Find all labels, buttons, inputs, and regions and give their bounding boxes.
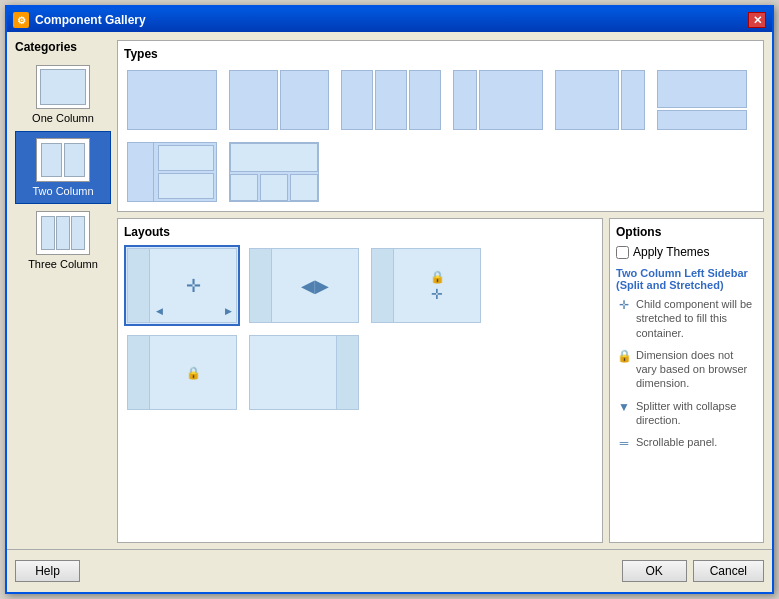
categories-panel: Categories One Column	[15, 40, 111, 543]
type-three-eq-thumb	[341, 70, 441, 130]
type-two-equal[interactable]	[226, 67, 332, 133]
window-body: Categories One Column	[7, 32, 772, 592]
type-complex-2[interactable]	[226, 139, 322, 205]
type-sidebar-left-thumb	[453, 70, 543, 130]
two-column-thumb	[36, 138, 90, 182]
ok-button[interactable]: OK	[622, 560, 687, 582]
category-two-column[interactable]: Two Column	[15, 131, 111, 204]
layout-fixed-left[interactable]: ◀▶	[246, 245, 362, 326]
right-panel: Types	[117, 40, 764, 543]
ok-cancel-group: OK Cancel	[622, 560, 764, 582]
window-title: Component Gallery	[35, 13, 146, 27]
splitter-icon: ▼	[616, 399, 632, 415]
layouts-section: Layouts ✛	[117, 218, 603, 543]
splitter-text: Splitter with collapse direction.	[636, 399, 757, 428]
scroll-icon: ═	[616, 435, 632, 451]
category-one-column[interactable]: One Column	[15, 58, 111, 131]
layout-split-locked-thumb: 🔒 ✛	[371, 248, 481, 323]
lock-icon-2: 🔒	[186, 366, 201, 380]
type-complex-1[interactable]	[124, 139, 220, 205]
type-full[interactable]	[124, 67, 220, 133]
three-column-thumb	[36, 211, 90, 255]
dimension-text: Dimension does not vary based on browser…	[636, 348, 757, 391]
type-sidebar-right[interactable]	[552, 67, 648, 133]
type-complex-2-thumb	[229, 142, 319, 202]
layouts-label: Layouts	[124, 225, 596, 239]
option-scroll: ═ Scrollable panel.	[616, 435, 757, 451]
options-panel: Options Apply Themes Two Column Left Sid…	[609, 218, 764, 543]
option-splitter: ▼ Splitter with collapse direction.	[616, 399, 757, 428]
title-bar-left: ⚙ Component Gallery	[13, 12, 146, 28]
layout-stretch-locked[interactable]: 🔒	[124, 332, 240, 413]
type-two-eq-thumb	[229, 70, 329, 130]
stretch-icon: ✛	[616, 297, 632, 313]
categories-label: Categories	[15, 40, 111, 54]
type-full-thumb	[127, 70, 217, 130]
title-bar: ⚙ Component Gallery ✕	[7, 8, 772, 32]
type-sidebar-left[interactable]	[450, 67, 546, 133]
one-column-label: One Column	[32, 112, 94, 124]
one-col-icon	[40, 69, 86, 105]
layout-fixed-left-thumb: ◀▶	[249, 248, 359, 323]
three-column-label: Three Column	[28, 258, 98, 270]
selected-layout-title: Two Column Left Sidebar(Split and Stretc…	[616, 267, 757, 291]
types-row-1	[124, 67, 757, 133]
options-label: Options	[616, 225, 757, 239]
window-icon: ⚙	[13, 12, 29, 28]
layout-right-sidebar-thumb	[249, 335, 359, 410]
scroll-text: Scrollable panel.	[636, 435, 717, 449]
bottom-row: Layouts ✛	[117, 218, 764, 543]
one-column-thumb	[36, 65, 90, 109]
layout-split-stretch-thumb: ✛ ◀ ▶	[127, 248, 237, 323]
apply-themes-label: Apply Themes	[633, 245, 709, 259]
types-row-2	[124, 139, 757, 205]
help-button[interactable]: Help	[15, 560, 80, 582]
type-two-row-thumb	[657, 70, 747, 130]
lock-icon: 🔒	[430, 270, 445, 284]
horiz-arrow-icon: ◀▶	[301, 275, 329, 297]
footer-divider	[7, 549, 772, 550]
types-section: Types	[117, 40, 764, 212]
two-col-icon	[40, 142, 86, 178]
stretch-text: Child component will be stretched to fil…	[636, 297, 757, 340]
layout-right-sidebar[interactable]	[246, 332, 362, 413]
category-three-column[interactable]: Three Column	[15, 204, 111, 277]
types-grid	[124, 67, 757, 205]
apply-themes-checkbox[interactable]	[616, 246, 629, 259]
type-complex-1-thumb	[127, 142, 217, 202]
type-sidebar-right-thumb	[555, 70, 645, 130]
component-gallery-window: ⚙ Component Gallery ✕ Categories One Col…	[5, 5, 774, 594]
option-stretch: ✛ Child component will be stretched to f…	[616, 297, 757, 340]
main-content: Categories One Column	[15, 40, 764, 543]
close-button[interactable]: ✕	[748, 12, 766, 28]
layout-stretch-locked-thumb: 🔒	[127, 335, 237, 410]
dimension-icon: 🔒	[616, 348, 632, 364]
layouts-scroll: ✛ ◀ ▶	[124, 245, 596, 536]
type-three-equal[interactable]	[338, 67, 444, 133]
apply-themes-row: Apply Themes	[616, 245, 757, 259]
layout-split-stretch[interactable]: ✛ ◀ ▶	[124, 245, 240, 326]
three-col-icon	[40, 215, 86, 251]
option-dimension: 🔒 Dimension does not vary based on brows…	[616, 348, 757, 391]
footer: Help OK Cancel	[15, 556, 764, 584]
type-two-row[interactable]	[654, 67, 750, 133]
cancel-button[interactable]: Cancel	[693, 560, 764, 582]
layout-split-locked[interactable]: 🔒 ✛	[368, 245, 484, 326]
option-entries: ✛ Child component will be stretched to f…	[616, 297, 757, 451]
types-label: Types	[124, 47, 757, 61]
two-column-label: Two Column	[32, 185, 93, 197]
arrows-icon: ✛	[431, 286, 443, 302]
cross-arrow-icon: ✛	[186, 275, 201, 297]
